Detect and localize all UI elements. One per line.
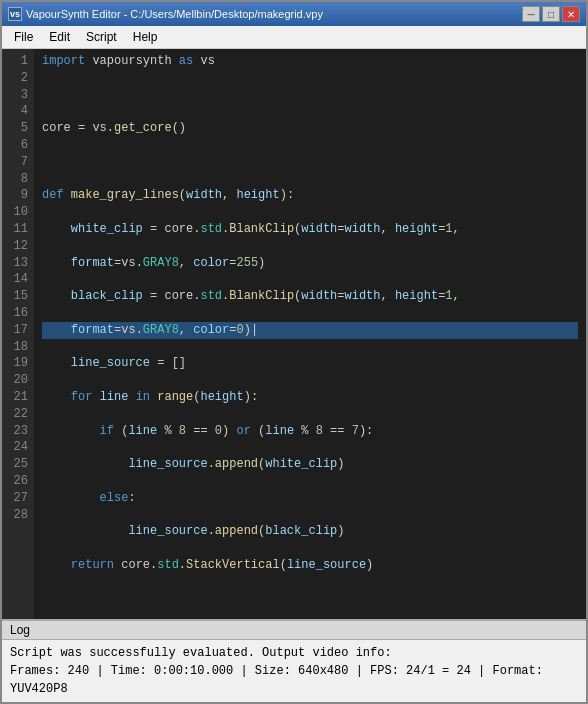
menu-file[interactable]: File — [6, 28, 41, 46]
code-editor[interactable]: import vapoursynth as vs core = vs.get_c… — [34, 49, 586, 619]
menu-help[interactable]: Help — [125, 28, 166, 46]
log-line-2: Frames: 240 | Time: 0:00:10.000 | Size: … — [10, 662, 578, 698]
log-header: Log — [2, 621, 586, 640]
close-button[interactable]: ✕ — [562, 6, 580, 22]
minimize-button[interactable]: ─ — [522, 6, 540, 22]
log-line-1: Script was successfully evaluated. Outpu… — [10, 644, 578, 662]
log-panel: Log Script was successfully evaluated. O… — [2, 619, 586, 702]
title-buttons: ─ □ ✕ — [522, 6, 580, 22]
window-title: VapourSynth Editor - C:/Users/Mellbin/De… — [26, 8, 323, 20]
title-bar-left: vs VapourSynth Editor - C:/Users/Mellbin… — [8, 7, 323, 21]
main-window: vs VapourSynth Editor - C:/Users/Mellbin… — [0, 0, 588, 704]
menu-script[interactable]: Script — [78, 28, 125, 46]
menu-edit[interactable]: Edit — [41, 28, 78, 46]
editor-area[interactable]: 1 2 3 4 5 6 7 8 9 10 11 12 13 14 15 16 1… — [2, 49, 586, 619]
maximize-button[interactable]: □ — [542, 6, 560, 22]
app-icon: vs — [8, 7, 22, 21]
title-bar: vs VapourSynth Editor - C:/Users/Mellbin… — [2, 2, 586, 26]
menu-bar: File Edit Script Help — [2, 26, 586, 49]
log-content: Script was successfully evaluated. Outpu… — [2, 640, 586, 702]
line-numbers: 1 2 3 4 5 6 7 8 9 10 11 12 13 14 15 16 1… — [2, 49, 34, 619]
